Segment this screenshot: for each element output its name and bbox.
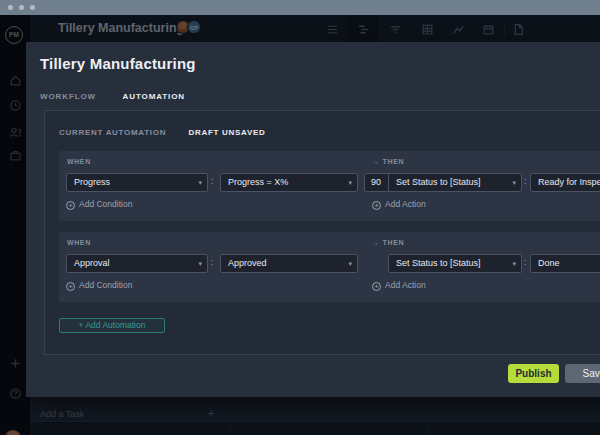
tab-workflow[interactable]: WORKFLOW — [40, 92, 96, 101]
chevron-down-icon: ▾ — [512, 255, 516, 272]
condition-value-input[interactable]: 90 — [364, 173, 390, 192]
plus-circle-icon: + — [372, 201, 381, 210]
separator-colon: : — [211, 257, 214, 267]
save-button[interactable]: Save — [565, 364, 600, 383]
automation-rule-card: WHEN Approval ▾ : Approved ▾ +Add Condit… — [59, 232, 600, 302]
modal-title: Tillery Manufacturing — [40, 55, 196, 72]
condition-field-dropdown[interactable]: Progress ▾ — [66, 173, 208, 192]
subtab-draft-unsaved[interactable]: DRAFT UNSAVED — [189, 128, 266, 137]
plus-circle-icon: + — [372, 282, 381, 291]
chevron-down-icon: ▾ — [348, 174, 352, 191]
condition-field-value: Progress — [74, 177, 110, 187]
chevron-down-icon: ▾ — [198, 255, 202, 272]
condition-field-dropdown[interactable]: Approval ▾ — [66, 254, 208, 273]
action-value-dropdown[interactable]: Ready for Inspection — [530, 173, 600, 192]
automation-rule-card: WHEN Progress ▾ : Progress = X% ▾ 90 +Ad… — [59, 151, 600, 221]
window-titlebar — [0, 0, 600, 15]
condition-field-value: Approval — [74, 258, 110, 268]
when-label: WHEN — [67, 239, 91, 246]
chevron-down-icon: ▾ — [348, 255, 352, 272]
separator-colon: : — [524, 176, 527, 186]
screen: PM Tillery Manufacturing GP — [0, 0, 600, 435]
when-label: WHEN — [67, 158, 91, 165]
plus-circle-icon: + — [66, 201, 75, 210]
add-action-link[interactable]: +Add Action — [372, 199, 426, 210]
chevron-down-icon: ▾ — [198, 174, 202, 191]
condition-operator-value: Approved — [228, 258, 267, 268]
action-type-value: Set Status to [Status] — [396, 177, 481, 187]
action-value-dropdown[interactable]: Done — [530, 254, 600, 273]
plus-circle-icon: + — [66, 282, 75, 291]
then-label: →THEN — [372, 158, 404, 165]
condition-operator-dropdown[interactable]: Approved ▾ — [220, 254, 358, 273]
window-minimize-button[interactable] — [19, 5, 24, 10]
automation-subtabs: CURRENT AUTOMATION DRAFT UNSAVED — [59, 121, 284, 139]
chevron-down-icon: ▾ — [512, 174, 516, 191]
publish-button[interactable]: Publish — [508, 364, 559, 383]
add-condition-label: Add Condition — [79, 199, 132, 209]
add-action-label: Add Action — [385, 199, 426, 209]
separator-colon: : — [211, 176, 214, 186]
automation-modal: Tillery Manufacturing WORKFLOW AUTOMATIO… — [26, 42, 600, 397]
tab-automation[interactable]: AUTOMATION — [123, 92, 185, 101]
subtab-current-automation[interactable]: CURRENT AUTOMATION — [59, 128, 166, 137]
action-type-dropdown[interactable]: Set Status to [Status] ▾ — [388, 254, 522, 273]
add-action-link[interactable]: +Add Action — [372, 280, 426, 291]
action-type-value: Set Status to [Status] — [396, 258, 481, 268]
add-condition-link[interactable]: +Add Condition — [66, 199, 132, 210]
window-close-button[interactable] — [8, 5, 13, 10]
arrow-right-icon: → — [372, 158, 380, 165]
add-automation-button[interactable]: + Add Automation — [59, 318, 165, 333]
action-value: Ready for Inspection — [538, 177, 600, 187]
window-zoom-button[interactable] — [30, 5, 35, 10]
separator-colon: : — [524, 257, 527, 267]
condition-operator-value: Progress = X% — [228, 177, 288, 187]
condition-operator-dropdown[interactable]: Progress = X% ▾ — [220, 173, 358, 192]
action-value: Done — [538, 258, 560, 268]
modal-tabs: WORKFLOW AUTOMATION — [40, 85, 207, 103]
then-label: →THEN — [372, 239, 404, 246]
action-type-dropdown[interactable]: Set Status to [Status] ▾ — [388, 173, 522, 192]
add-action-label: Add Action — [385, 280, 426, 290]
add-condition-link[interactable]: +Add Condition — [66, 280, 132, 291]
arrow-right-icon: → — [372, 239, 380, 246]
add-condition-label: Add Condition — [79, 280, 132, 290]
automation-panel: CURRENT AUTOMATION DRAFT UNSAVED WHEN Pr… — [44, 110, 600, 355]
